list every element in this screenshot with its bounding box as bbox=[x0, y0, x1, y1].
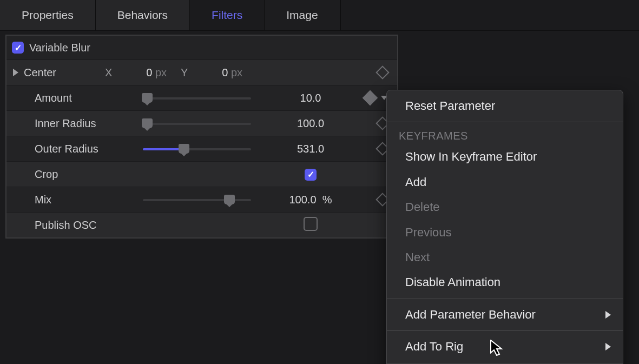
outer-radius-slider[interactable] bbox=[143, 143, 251, 154]
param-label-outer-radius: Outer Radius bbox=[6, 143, 143, 155]
menu-separator bbox=[387, 330, 623, 331]
center-y-unit: px bbox=[231, 67, 242, 78]
filter-header[interactable]: ✓ Variable Blur bbox=[6, 36, 397, 60]
param-label-amount: Amount bbox=[6, 92, 143, 104]
tabbar-spacer bbox=[340, 0, 639, 30]
param-row-publish-osc: Publish OSC bbox=[6, 213, 397, 237]
param-label-crop: Crop bbox=[6, 168, 143, 181]
param-row-center: Center X 0 px Y 0 px bbox=[6, 60, 397, 85]
mix-slider[interactable] bbox=[143, 194, 251, 205]
filter-name: Variable Blur bbox=[29, 42, 90, 54]
publish-osc-checkbox[interactable] bbox=[304, 217, 318, 231]
menu-separator bbox=[387, 363, 623, 363]
param-label-inner-radius: Inner Radius bbox=[6, 117, 143, 130]
filter-inspector-panel: ✓ Variable Blur Center X 0 px Y 0 px Amo… bbox=[5, 35, 398, 239]
menu-separator bbox=[387, 122, 623, 122]
param-label-mix: Mix bbox=[6, 194, 143, 206]
mix-value[interactable]: 100.0 bbox=[289, 194, 317, 206]
submenu-arrow-icon bbox=[605, 343, 611, 350]
center-xy-fields[interactable]: X 0 px Y 0 px bbox=[105, 67, 289, 79]
menu-item-delete-keyframe: Delete bbox=[387, 195, 623, 220]
param-row-outer-radius: Outer Radius 531.0 bbox=[6, 136, 397, 162]
menu-item-label: Previous bbox=[405, 226, 452, 240]
keyframe-toggle-icon[interactable] bbox=[376, 65, 389, 79]
submenu-arrow-icon bbox=[605, 311, 611, 319]
param-row-mix: Mix 100.0 % bbox=[6, 187, 397, 213]
filter-enable-checkbox[interactable]: ✓ bbox=[12, 42, 24, 54]
inspector-tabbar: Properties Behaviors Filters Image bbox=[0, 0, 639, 31]
param-label-publish-osc: Publish OSC bbox=[6, 219, 143, 231]
menu-item-label: Next bbox=[405, 250, 430, 264]
amount-value[interactable]: 10.0 bbox=[267, 92, 354, 104]
menu-item-show-in-keyframe-editor[interactable]: Show In Keyframe Editor bbox=[387, 144, 623, 169]
menu-item-label: Delete bbox=[405, 200, 440, 214]
menu-separator bbox=[387, 299, 623, 299]
param-row-amount: Amount 10.0 bbox=[6, 85, 397, 111]
outer-radius-value[interactable]: 531.0 bbox=[267, 143, 354, 155]
menu-item-label: Disable Animation bbox=[405, 275, 500, 289]
inner-radius-value[interactable]: 100.0 bbox=[267, 117, 354, 130]
menu-item-label: Reset Parameter bbox=[405, 99, 495, 113]
param-row-crop: Crop ✓ bbox=[6, 162, 397, 187]
mix-unit: % bbox=[322, 194, 332, 206]
tab-filters[interactable]: Filters bbox=[190, 0, 265, 30]
center-x-label: X bbox=[105, 67, 112, 79]
menu-item-label: Show In Keyframe Editor bbox=[405, 150, 537, 164]
menu-item-next-keyframe: Next bbox=[387, 245, 623, 270]
tab-properties[interactable]: Properties bbox=[0, 0, 96, 30]
crop-checkbox[interactable]: ✓ bbox=[305, 169, 317, 181]
menu-item-label: Add Parameter Behavior bbox=[405, 308, 536, 322]
menu-section-keyframes: KEYFRAMES bbox=[387, 125, 623, 144]
param-label-center: Center bbox=[24, 67, 105, 79]
parameter-context-menu: Reset Parameter KEYFRAMES Show In Keyfra… bbox=[386, 90, 623, 364]
center-y-value[interactable]: 0 bbox=[202, 67, 228, 79]
menu-item-reset-parameter[interactable]: Reset Parameter bbox=[387, 94, 623, 118]
menu-item-previous-keyframe: Previous bbox=[387, 220, 623, 245]
menu-item-add-to-rig[interactable]: Add To Rig bbox=[387, 334, 623, 359]
menu-item-disable-animation[interactable]: Disable Animation bbox=[387, 270, 623, 295]
tab-behaviors[interactable]: Behaviors bbox=[96, 0, 190, 30]
menu-item-add-keyframe[interactable]: Add bbox=[387, 170, 623, 195]
disclosure-triangle-icon[interactable] bbox=[13, 69, 18, 76]
tab-image[interactable]: Image bbox=[265, 0, 340, 30]
param-row-inner-radius: Inner Radius 100.0 bbox=[6, 111, 397, 136]
menu-item-add-parameter-behavior[interactable]: Add Parameter Behavior bbox=[387, 302, 623, 327]
inner-radius-slider[interactable] bbox=[143, 118, 251, 129]
keyframe-toggle-icon[interactable] bbox=[363, 90, 378, 105]
menu-item-label: Add To Rig bbox=[405, 340, 463, 354]
center-x-unit: px bbox=[155, 67, 167, 78]
center-y-label: Y bbox=[181, 67, 188, 79]
amount-slider[interactable] bbox=[143, 92, 251, 103]
menu-item-label: Add bbox=[405, 175, 426, 189]
center-x-value[interactable]: 0 bbox=[126, 67, 152, 79]
